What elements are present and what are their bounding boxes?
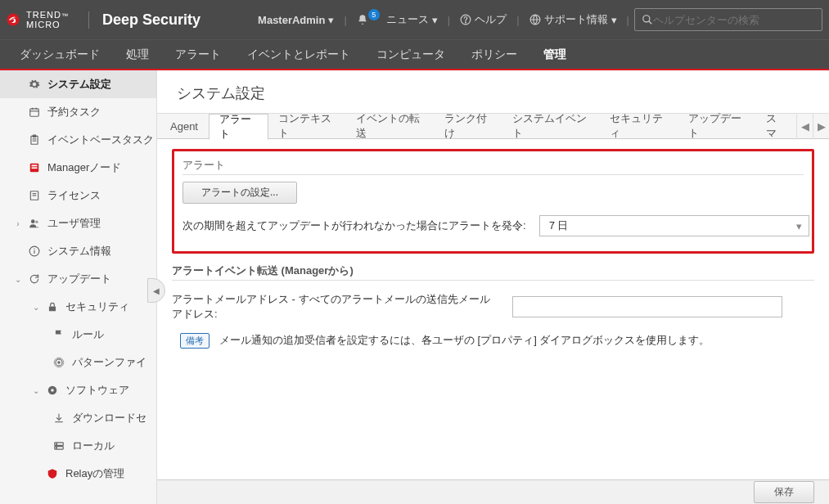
- help-search-box[interactable]: [634, 8, 822, 31]
- expand-icon: ⌄: [15, 275, 21, 284]
- sidebar-item-2[interactable]: イベントベースタスク: [0, 126, 156, 154]
- sidebar-item-4[interactable]: ライセンス: [0, 182, 156, 209]
- sidebar-item-3[interactable]: Managerノード: [0, 154, 156, 182]
- svg-rect-24: [34, 249, 34, 250]
- svg-point-0: [7, 14, 20, 26]
- sidebar-item-8[interactable]: ⌄セキュリティ: [0, 293, 156, 321]
- sidebar-item-9[interactable]: ルール: [0, 321, 156, 349]
- sidebar-item-7[interactable]: ⌄アップデート: [0, 265, 156, 293]
- note-text: メール通知の追加受信者を設定するには、各ユーザの [プロパティ] ダイアログボッ…: [219, 333, 710, 348]
- sidebar-item-label: システム情報: [47, 244, 111, 259]
- topbar-right: MasterAdmin ▾ | 5 ニュース ▾ | ヘルプ | サポート情報 …: [253, 8, 822, 31]
- sidebar-item-label: ユーザ管理: [47, 216, 101, 231]
- tab-5[interactable]: システムイベント: [502, 113, 600, 139]
- tab-3[interactable]: イベントの転送: [346, 113, 434, 139]
- svg-point-2: [466, 22, 466, 23]
- svg-point-35: [56, 448, 57, 448]
- tab-7[interactable]: アップデート: [678, 113, 757, 139]
- nav-item-3[interactable]: イベントとレポート: [234, 40, 363, 69]
- chevron-down-icon: ▾: [432, 14, 438, 26]
- sidebar-item-13[interactable]: ローカル: [0, 432, 156, 460]
- tab-4[interactable]: ランク付け: [435, 113, 503, 139]
- nav-item-1[interactable]: 処理: [113, 40, 162, 69]
- sidebar-item-10[interactable]: パターンファイ: [0, 349, 156, 376]
- nav-item-6[interactable]: 管理: [530, 40, 579, 69]
- nav-item-4[interactable]: コンピュータ: [363, 40, 458, 69]
- sidebar-item-label: Relayの管理: [65, 466, 124, 481]
- sidebar-item-label: ダウンロードセ: [72, 411, 146, 425]
- tab-scroll-right[interactable]: ▶: [813, 113, 829, 139]
- sidebar-item-label: システム設定: [47, 77, 111, 92]
- forward-email-label: アラートメールアドレス - すべてのアラートメールの送信先メールアドレス:: [172, 292, 499, 322]
- main-panel: システム設定 Agentアラートコンテキストイベントの転送ランク付けシステムイベ…: [157, 70, 829, 504]
- sidebar-item-11[interactable]: ⌄ソフトウェア: [0, 376, 156, 404]
- alert-period-value: ７日: [547, 218, 568, 233]
- alert-period-dropdown[interactable]: ７日 ▾: [539, 215, 809, 236]
- sidebar-item-label: イベントベースタスク: [47, 133, 154, 147]
- sidebar-item-14[interactable]: Relayの管理: [0, 460, 156, 488]
- save-button[interactable]: 保存: [754, 481, 814, 503]
- alert-config-button[interactable]: アラートの設定...: [182, 182, 297, 204]
- sidebar: システム設定予約タスクイベントベースタスクManagerノードライセンス›ユーザ…: [0, 70, 157, 504]
- svg-line-5: [649, 21, 652, 25]
- alert-period-row: 次の期間を超えてアップデートが行われなかった場合にアラートを発令: ７日 ▾: [182, 215, 804, 236]
- svg-point-4: [643, 16, 650, 22]
- local-icon: [52, 439, 65, 452]
- license-icon: [28, 189, 41, 202]
- sidebar-item-6[interactable]: システム情報: [0, 237, 156, 265]
- sidebar-item-label: セキュリティ: [65, 299, 129, 314]
- lock-icon: [46, 300, 59, 313]
- svg-rect-16: [32, 167, 38, 169]
- support-menu[interactable]: サポート情報 ▾: [525, 12, 622, 27]
- alert-legend: アラート: [182, 158, 804, 175]
- sidebar-item-label: パターンファイ: [72, 355, 146, 370]
- nav-item-2[interactable]: アラート: [162, 40, 234, 69]
- tabstrip: Agentアラートコンテキストイベントの転送ランク付けシステムイベントセキュリテ…: [157, 113, 829, 139]
- svg-rect-23: [34, 250, 34, 254]
- sidebar-item-label: Managerノード: [47, 160, 121, 175]
- chevron-down-icon: ▾: [796, 220, 802, 232]
- tab-6[interactable]: セキュリティ: [600, 113, 678, 139]
- sidebar-item-1[interactable]: 予約タスク: [0, 98, 156, 126]
- forward-email-input[interactable]: [512, 296, 782, 317]
- tab-8[interactable]: スマ: [756, 113, 796, 139]
- page-title: システム設定: [157, 70, 829, 113]
- trend-logo-icon: [7, 13, 20, 26]
- tab-1[interactable]: アラート: [209, 114, 268, 140]
- tab-scroll-left[interactable]: ◀: [796, 113, 813, 139]
- sidebar-item-0[interactable]: システム設定: [0, 70, 156, 98]
- help-search-input[interactable]: [653, 14, 815, 26]
- topbar: TREND™ MICRO Deep Security MasterAdmin ▾…: [0, 0, 829, 39]
- nav-item-5[interactable]: ポリシー: [458, 40, 530, 69]
- nav-item-0[interactable]: ダッシュボード: [7, 40, 113, 69]
- chevron-down-icon: ▾: [611, 14, 617, 26]
- clipboard-icon: [28, 133, 41, 146]
- calendar-icon: [28, 106, 41, 119]
- news-menu[interactable]: 5 ニュース ▾: [352, 12, 443, 27]
- layout: システム設定予約タスクイベントベースタスクManagerノードライセンス›ユーザ…: [0, 70, 829, 504]
- svg-point-26: [57, 361, 61, 364]
- sidebar-item-label: 予約タスク: [47, 105, 101, 119]
- forward-note-row: 備考 メール通知の追加受信者を設定するには、各ユーザの [プロパティ] ダイアロ…: [172, 333, 814, 349]
- brand-line2: MICRO: [26, 20, 69, 29]
- note-badge: 備考: [180, 333, 210, 349]
- alert-period-label: 次の期間を超えてアップデートが行われなかった場合にアラートを発令:: [182, 218, 526, 233]
- tab-2[interactable]: コンテキスト: [268, 113, 347, 139]
- sidebar-item-12[interactable]: ダウンロードセ: [0, 404, 156, 432]
- tab-0[interactable]: Agent: [160, 113, 209, 139]
- svg-rect-6: [30, 109, 39, 116]
- help-link[interactable]: ヘルプ: [455, 12, 511, 27]
- disc-icon: [46, 384, 59, 397]
- sidebar-item-label: ローカル: [72, 439, 115, 453]
- users-icon: [28, 217, 41, 230]
- separator: |: [344, 14, 346, 26]
- separator: |: [448, 14, 450, 26]
- sidebar-item-5[interactable]: ›ユーザ管理: [0, 209, 156, 237]
- relay-red-icon: [46, 467, 59, 480]
- separator: |: [627, 14, 629, 26]
- expand-icon: ⌄: [33, 303, 39, 312]
- news-badge: 5: [368, 9, 380, 20]
- tab-scroll-controls: ◀ ▶: [796, 113, 829, 139]
- user-menu[interactable]: MasterAdmin ▾: [253, 14, 339, 26]
- update-icon: [28, 272, 41, 286]
